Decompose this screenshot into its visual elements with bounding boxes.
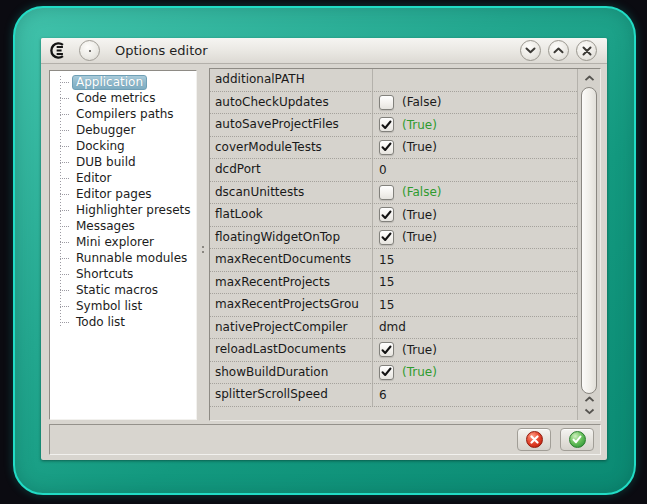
property-name: reloadLastDocuments [210,339,373,361]
sidebar-item-mini-explorer[interactable]: Mini explorer [50,234,196,250]
property-value-cell: (True) [373,140,577,155]
splitter-handle[interactable] [197,70,209,420]
sidebar-item-symbol-list[interactable]: Symbol list [50,298,196,314]
sidebar-item-docking[interactable]: Docking [50,138,196,154]
close-icon [582,46,592,56]
sidebar-item-runnable-modules[interactable]: Runnable modules [50,250,196,266]
checkbox[interactable] [379,140,394,155]
checkbox[interactable] [379,342,394,357]
property-row[interactable]: coverModuleTests (True) [210,137,577,160]
chevron-down-icon [525,47,536,54]
property-name: dscanUnittests [210,182,373,204]
sidebar-item-label: Runnable modules [72,251,191,266]
property-name: autoSaveProjectFiles [210,114,373,136]
scroll-up-button[interactable] [578,72,600,85]
sidebar-item-messages[interactable]: Messages [50,218,196,234]
property-value-text: (True) [402,208,437,222]
property-value-cell: 15 [373,253,577,267]
property-row[interactable]: splitterScrollSpeed 6 [210,384,577,407]
property-value-text: dmd [379,320,406,334]
checkbox[interactable] [379,207,394,222]
property-row[interactable]: maxRecentProjectsGrou 15 [210,294,577,317]
property-row[interactable]: flatLook (True) [210,204,577,227]
shade-button[interactable] [520,40,541,61]
window-menu-button[interactable] [79,40,100,61]
property-row[interactable]: autoSaveProjectFiles (True) [210,114,577,137]
property-value-cell: 0 [373,163,577,177]
titlebar[interactable]: Options editor [41,38,607,64]
window-title: Options editor [115,43,208,58]
property-value-cell: (False) [373,95,577,110]
property-row[interactable]: additionalPATH [210,69,577,92]
property-row[interactable]: nativeProjectCompiler dmd [210,317,577,340]
property-value-cell: (True) [373,207,577,222]
sidebar-item-label: Editor [72,171,116,186]
property-name: maxRecentProjects [210,272,373,294]
scrollbar-thumb[interactable] [581,87,597,394]
cancel-button[interactable] [517,428,551,451]
unshade-button[interactable] [548,40,569,61]
property-value-cell: 15 [373,275,577,289]
sidebar-item-compilers-paths[interactable]: Compilers paths [50,106,196,122]
property-value-text: 6 [379,388,387,402]
property-name: splitterScrollSpeed [210,384,373,406]
property-value-text: 15 [379,298,394,312]
sidebar-item-todo-list[interactable]: Todo list [50,314,196,330]
sidebar-item-static-macros[interactable]: Static macros [50,282,196,298]
checkbox[interactable] [379,95,394,110]
sidebar-item-debugger[interactable]: Debugger [50,122,196,138]
property-row[interactable]: showBuildDuration (True) [210,362,577,385]
checkbox[interactable] [379,365,394,380]
sidebar-item-dub-build[interactable]: DUB build [50,154,196,170]
sidebar-item-application[interactable]: Application [50,74,196,90]
sidebar-item-label: Messages [72,219,139,234]
sidebar-item-label: Symbol list [72,299,146,314]
check-icon [381,232,392,242]
vertical-scrollbar[interactable] [577,69,600,420]
property-value-cell: (True) [373,365,577,380]
property-value-cell: 15 [373,298,577,312]
property-row[interactable]: dscanUnittests (False) [210,182,577,205]
accept-check-icon [569,431,586,448]
check-icon [381,120,392,130]
property-row[interactable]: maxRecentDocuments 15 [210,249,577,272]
property-name: nativeProjectCompiler [210,317,373,339]
sidebar-item-shortcuts[interactable]: Shortcuts [50,266,196,282]
footer-bar [49,424,601,455]
property-row[interactable]: floatingWidgetOnTop (True) [210,227,577,250]
check-icon [381,367,392,377]
accept-button[interactable] [560,428,594,451]
property-row[interactable]: autoCheckUpdates (False) [210,92,577,115]
scroll-down-button[interactable] [578,405,600,418]
checkbox[interactable] [379,230,394,245]
property-value-text: (True) [402,140,437,154]
property-value-cell: dmd [373,320,577,334]
property-value-text: 15 [379,275,394,289]
checkbox[interactable] [379,117,394,132]
property-name: maxRecentProjectsGrou [210,294,373,316]
check-icon [381,210,392,220]
property-row[interactable]: reloadLastDocuments (True) [210,339,577,362]
property-row[interactable]: maxRecentProjects 15 [210,272,577,295]
chevron-down-icon [584,408,595,415]
close-button[interactable] [576,40,597,61]
sidebar-item-label: Static macros [72,283,162,298]
sidebar-item-editor-pages[interactable]: Editor pages [50,186,196,202]
sidebar-item-label: Highlighter presets [72,203,195,218]
checkbox[interactable] [379,185,394,200]
property-value-text: (False) [402,185,442,199]
sidebar-item-label: Application [72,75,147,90]
property-name: dcdPort [210,159,373,181]
options-editor-window: Options editor ApplicationCode metricsCo… [41,38,607,460]
chevron-up-icon [553,47,564,54]
property-value-cell: (True) [373,117,577,132]
property-row[interactable]: dcdPort 0 [210,159,577,182]
property-name: maxRecentDocuments [210,249,373,271]
sidebar-item-highlighter-presets[interactable]: Highlighter presets [50,202,196,218]
sidebar-item-label: Todo list [72,315,129,330]
sidebar-item-label: Shortcuts [72,267,137,282]
sidebar-item-code-metrics[interactable]: Code metrics [50,90,196,106]
sidebar-item-editor[interactable]: Editor [50,170,196,186]
property-name: flatLook [210,204,373,226]
property-value-cell: (True) [373,342,577,357]
